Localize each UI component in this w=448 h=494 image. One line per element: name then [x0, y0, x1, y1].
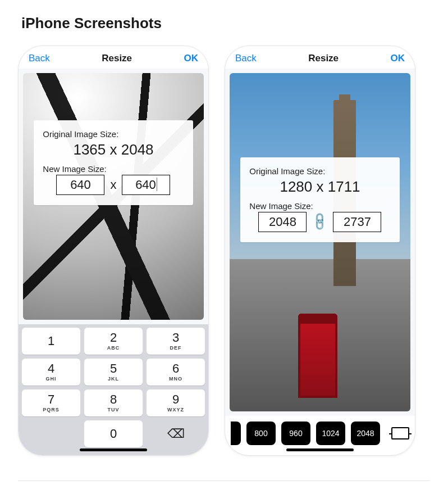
width-input[interactable]: 2048	[258, 212, 307, 232]
numeric-keypad: 12ABC3DEF4GHI5JKL6MNO7PQRS8TUV9WXYZ0⌫	[19, 324, 208, 455]
key-number: 9	[172, 393, 179, 406]
key-number: 8	[110, 393, 117, 406]
key-letters: PQRS	[43, 407, 60, 413]
original-size-label: Original Image Size:	[43, 129, 184, 139]
custom-width-icon[interactable]	[391, 427, 409, 439]
key-8[interactable]: 8TUV	[84, 389, 143, 416]
key-6[interactable]: 6MNO	[147, 359, 205, 386]
nav-title: Resize	[308, 53, 339, 64]
key-letters: ABC	[107, 345, 120, 351]
dimension-separator: x	[110, 178, 116, 192]
key-number: 5	[110, 362, 117, 375]
key-number: 0	[110, 428, 117, 440]
home-indicator[interactable]	[80, 448, 147, 451]
original-size-value: 1280 x 1711	[249, 178, 390, 196]
key-3[interactable]: 3DEF	[147, 328, 205, 355]
screenshot-gallery: Back Resize OK Original Image Size: 1365…	[18, 46, 430, 456]
image-stage: Original Image Size: 1280 x 1711 New Ima…	[225, 69, 415, 416]
key-number: 1	[48, 335, 54, 347]
resize-panel: Original Image Size: 1280 x 1711 New Ima…	[240, 157, 399, 242]
key-7[interactable]: 7PQRS	[22, 389, 80, 416]
ok-button[interactable]: OK	[390, 53, 405, 64]
preset-960[interactable]: 960	[281, 422, 310, 445]
nav-bar: Back Resize OK	[19, 46, 208, 69]
preset-2048[interactable]: 2048	[351, 422, 380, 445]
key-number: 2	[110, 332, 117, 344]
preset-800[interactable]: 800	[246, 422, 276, 445]
key-9[interactable]: 9WXYZ	[147, 389, 205, 416]
phone-mockup-1: Back Resize OK Original Image Size: 1365…	[18, 46, 209, 456]
key-number: 3	[172, 332, 179, 344]
key-letters: WXYZ	[167, 407, 184, 413]
key-4[interactable]: 4GHI	[22, 359, 80, 386]
key-number: 4	[48, 362, 54, 375]
key-1[interactable]: 1	[22, 328, 80, 355]
nav-title: Resize	[102, 53, 132, 64]
new-size-label: New Image Size:	[249, 201, 390, 211]
back-button[interactable]: Back	[29, 53, 50, 64]
key-2[interactable]: 2ABC	[84, 328, 143, 355]
section-divider	[18, 481, 430, 481]
new-size-label: New Image Size:	[43, 164, 184, 174]
preview-image	[230, 73, 410, 411]
key-letters: GHI	[45, 376, 56, 382]
key-number: 6	[172, 362, 179, 375]
phone-mockup-2: Back Resize OK Original Image Size: 1280…	[225, 46, 415, 456]
height-input[interactable]: 640	[122, 175, 170, 195]
key-5[interactable]: 5JKL	[84, 359, 143, 386]
height-value: 640	[135, 178, 156, 192]
key-letters: DEF	[170, 345, 182, 351]
key-blank	[22, 420, 80, 447]
ok-button[interactable]: OK	[184, 53, 198, 64]
preset-1024[interactable]: 1024	[316, 422, 345, 445]
nav-bar: Back Resize OK	[225, 46, 415, 69]
page-heading: iPhone Screenshots	[21, 15, 430, 32]
text-cursor	[157, 178, 157, 191]
resize-panel: Original Image Size: 1365 x 2048 New Ima…	[34, 120, 193, 205]
key-letters: MNO	[169, 376, 182, 382]
width-input[interactable]: 640	[56, 175, 104, 195]
key-number: 7	[48, 393, 54, 406]
link-aspect-icon[interactable]: 🔗	[309, 211, 330, 232]
height-input[interactable]: 2737	[333, 212, 381, 232]
back-button[interactable]: Back	[235, 53, 257, 64]
original-size-label: Original Image Size:	[249, 166, 390, 176]
key-letters: TUV	[108, 407, 120, 413]
home-indicator[interactable]	[286, 448, 354, 451]
key-0[interactable]: 0	[84, 420, 143, 447]
preset-partial[interactable]	[231, 422, 241, 445]
new-size-row: 2048 🔗 2737	[249, 212, 390, 232]
original-size-value: 1365 x 2048	[43, 141, 184, 158]
key-letters: JKL	[108, 376, 119, 382]
image-stage: Original Image Size: 1365 x 2048 New Ima…	[19, 69, 208, 324]
new-size-row: 640 x 640	[43, 175, 184, 195]
key-delete[interactable]: ⌫	[147, 420, 205, 447]
